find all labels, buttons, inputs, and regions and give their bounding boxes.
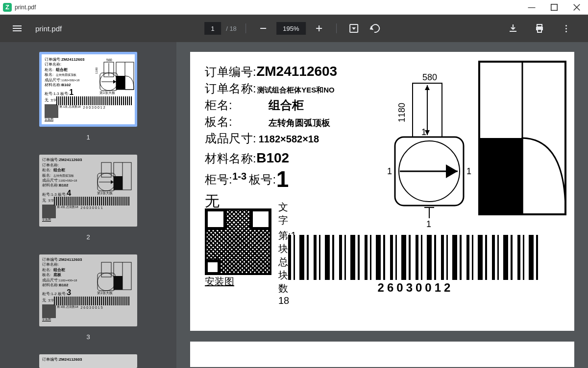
barcode-bars <box>288 235 543 280</box>
svg-rect-8 <box>537 24 542 27</box>
menu-button[interactable] <box>9 20 25 37</box>
dim-w-label: 580 <box>106 58 112 62</box>
pdf-viewer[interactable]: 订单编号:ZM24112603 订单名称:测试组合柜体YES和NO 柜名:组合柜… <box>176 42 588 368</box>
material-label: 材料名称: <box>205 151 256 166</box>
rotate-icon <box>369 23 382 35</box>
svg-rect-4 <box>260 28 266 29</box>
zoom-in-button[interactable] <box>311 20 327 37</box>
boardno-label: 板号: <box>249 172 276 187</box>
board-value: 左转角圆弧顶板 <box>269 117 330 129</box>
divider <box>336 23 337 33</box>
zoom-input[interactable] <box>276 22 306 35</box>
pdf-page-1: 订单编号:ZM24112603 订单名称:测试组合柜体YES和NO 柜名:组合柜… <box>190 52 574 331</box>
svg-rect-19 <box>116 76 125 90</box>
svg-rect-34 <box>114 276 122 290</box>
svg-text:1: 1 <box>466 166 471 176</box>
fit-page-button[interactable] <box>345 20 362 37</box>
qr-code <box>205 208 271 275</box>
svg-point-30 <box>98 273 115 291</box>
cabinet-drawing: 580 1180 1 1 1 <box>383 73 481 230</box>
wenzi-text: 文字 <box>278 201 296 227</box>
svg-text:580: 580 <box>422 73 437 82</box>
barcode-number: 26030012 <box>288 281 543 295</box>
svg-text:1180: 1180 <box>397 103 407 122</box>
more-button[interactable] <box>558 20 574 37</box>
cabno-label: 柜号: <box>205 172 232 187</box>
svg-text:1180: 1180 <box>95 67 98 74</box>
window-title: print.pdf <box>15 4 36 11</box>
maximize-button[interactable] <box>543 0 565 15</box>
svg-rect-6 <box>318 25 319 31</box>
size-label: 成品尺寸: <box>205 131 256 146</box>
order-name-label: 订单名称: <box>205 81 256 96</box>
material-value: B102 <box>256 150 289 166</box>
page-number-input[interactable] <box>204 22 221 35</box>
thumb-number-3: 3 <box>86 333 90 341</box>
thumbnail-4[interactable]: 订单编号:ZM24112603 <box>39 354 137 368</box>
order-no-value: ZM24112603 <box>256 64 337 79</box>
kebab-icon <box>565 25 567 32</box>
order-no-label: 订单编号: <box>205 64 256 80</box>
svg-rect-21 <box>101 162 111 177</box>
divider <box>245 23 246 33</box>
svg-marker-38 <box>425 85 430 90</box>
cabno-value: 1-3 <box>232 171 246 182</box>
thumbnail-2[interactable]: 订单编号:ZM24112603 订单名称: 柜名: 组合柜 板名: 左转角圆弧顶… <box>39 155 137 227</box>
svg-rect-53 <box>479 138 522 214</box>
thumbnail-1[interactable]: 订单编号:ZM24112603 订单名称: 柜名: 组合柜 板名: 左转角圆弧顶… <box>39 52 137 127</box>
download-button[interactable] <box>505 20 521 37</box>
barcode-area: 26030012 <box>288 235 543 295</box>
rotate-button[interactable] <box>367 20 384 37</box>
order-name-sub: 测试组合柜体YES和NO <box>257 86 335 95</box>
pdf-page-2 <box>190 342 574 367</box>
cabinet-value: 组合柜 <box>269 97 304 113</box>
boardno-value: 1 <box>276 169 289 189</box>
minimize-button[interactable] <box>520 0 543 15</box>
hamburger-icon <box>13 25 22 31</box>
svg-rect-29 <box>101 262 111 277</box>
svg-rect-7 <box>510 31 516 32</box>
window-titlebar: Z print.pdf <box>0 0 588 15</box>
app-icon: Z <box>3 3 12 12</box>
svg-marker-25 <box>111 180 114 184</box>
pdf-toolbar: print.pdf / 18 <box>0 15 588 42</box>
zoom-out-button[interactable] <box>255 20 271 37</box>
size-value: 1182×582×18 <box>259 134 319 145</box>
svg-text:1: 1 <box>421 127 426 137</box>
page-total: / 18 <box>226 25 237 32</box>
cabinet-label: 柜名: <box>205 97 269 113</box>
thumb-number-2: 2 <box>86 233 90 241</box>
svg-rect-10 <box>538 29 541 32</box>
svg-marker-45 <box>446 164 458 178</box>
svg-text:1: 1 <box>387 166 392 176</box>
board-label: 板名: <box>205 114 269 130</box>
svg-rect-1 <box>551 4 558 10</box>
toolbar-filename: print.pdf <box>35 24 62 33</box>
close-button[interactable] <box>565 0 588 15</box>
thumbnail-3[interactable]: 订单编号:ZM24112603 订单名称: 柜名: 组合柜 板名: 底板 成品尺… <box>39 254 137 326</box>
fit-page-icon <box>349 24 358 33</box>
print-button[interactable] <box>531 20 548 37</box>
cabinet-box-drawing <box>478 61 566 217</box>
svg-rect-0 <box>528 7 536 8</box>
svg-text:1: 1 <box>426 219 431 229</box>
thumbnail-sidebar[interactable]: 订单编号:ZM24112603 订单名称: 柜名: 组合柜 板名: 左转角圆弧顶… <box>0 42 176 368</box>
thumb-number-1: 1 <box>86 134 90 141</box>
svg-rect-28 <box>114 176 122 190</box>
anzhuang-label: 安装图 <box>205 275 271 288</box>
svg-marker-16 <box>113 80 116 84</box>
